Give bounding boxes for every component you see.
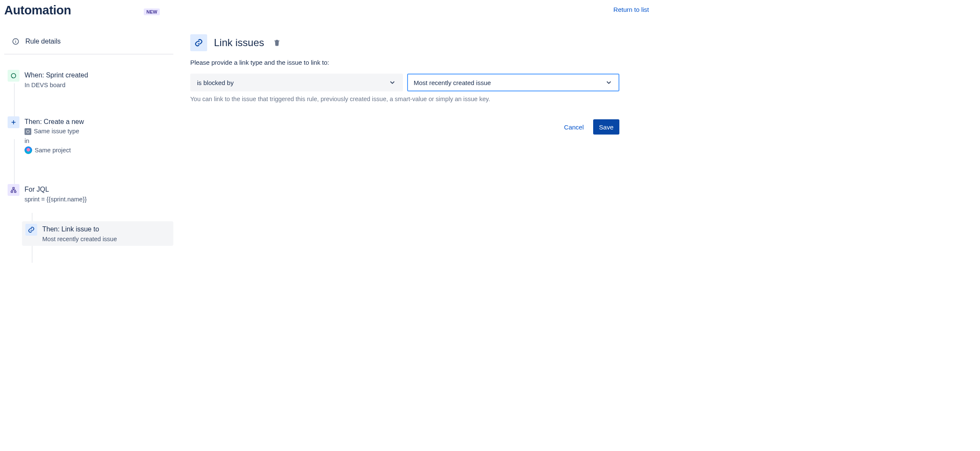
rule-details-row[interactable]: Rule details (4, 34, 173, 55)
plus-icon (8, 116, 19, 128)
panel-description: Please provide a link type and the issue… (190, 59, 619, 66)
helper-text: You can link to the issue that triggered… (190, 96, 619, 102)
bolt-icon (8, 70, 19, 82)
rule-node-link-issue[interactable]: Then: Link issue to Most recently create… (22, 221, 173, 246)
issue-type-label: Same issue type (34, 127, 79, 135)
link-icon (25, 224, 37, 236)
in-word: in (25, 137, 170, 145)
rule-node-create-issue[interactable]: Then: Create a new Same issue type in Sa… (4, 114, 173, 157)
panel-title: Link issues (214, 37, 264, 49)
project-label: Same project (35, 146, 71, 154)
rule-node-title: Then: Link issue to (42, 225, 170, 234)
svg-rect-7 (11, 191, 13, 192)
return-to-list-link[interactable]: Return to list (613, 6, 649, 13)
page-title: Automation (4, 3, 71, 17)
rule-tree-sidebar: Rule details When: Sprint created (0, 34, 173, 246)
rule-node-trigger[interactable]: When: Sprint created In DEVS board (4, 67, 173, 92)
save-button[interactable]: Save (593, 119, 619, 135)
delete-component-button[interactable] (271, 37, 283, 49)
branch-icon (8, 184, 19, 196)
svg-rect-8 (14, 191, 16, 192)
rule-node-sub: In DEVS board (25, 81, 170, 89)
svg-point-2 (15, 40, 16, 41)
target-issue-select[interactable]: Most recently created issue (407, 74, 620, 91)
rule-node-title: For JQL (25, 185, 170, 194)
issue-type-icon (25, 128, 31, 135)
rule-details-label: Rule details (25, 38, 61, 45)
link-type-select[interactable]: is blocked by (190, 74, 403, 91)
cancel-button[interactable]: Cancel (558, 119, 590, 135)
rule-node-title: Then: Create a new (25, 117, 170, 126)
info-icon (12, 38, 19, 45)
link-type-value: is blocked by (197, 79, 234, 86)
rule-node-branch[interactable]: For JQL sprint = {{sprint.name}} (4, 182, 173, 206)
svg-rect-6 (13, 187, 14, 189)
project-avatar-icon (25, 146, 32, 154)
target-issue-value: Most recently created issue (414, 79, 491, 86)
rule-node-sub: Most recently created issue (42, 235, 170, 243)
rule-node-title: When: Sprint created (25, 71, 170, 80)
link-icon (190, 34, 207, 51)
chevron-down-icon (605, 79, 613, 86)
component-editor-panel: Link issues Please provide a link type a… (190, 34, 653, 246)
chevron-down-icon (389, 79, 396, 86)
new-badge: NEW (144, 8, 160, 15)
rule-node-sub: sprint = {{sprint.name}} (25, 195, 170, 204)
page-header: Automation NEW Return to list (0, 0, 653, 17)
